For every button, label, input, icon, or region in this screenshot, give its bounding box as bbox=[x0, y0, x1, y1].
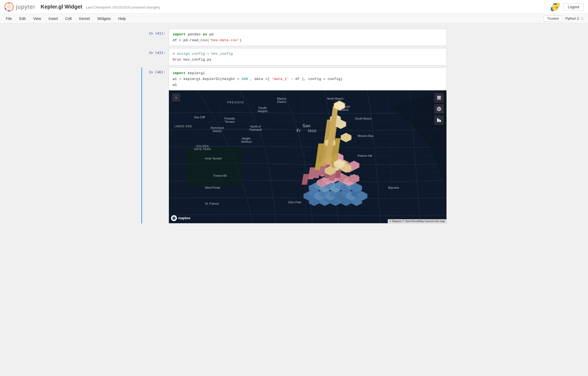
cell-46-line-2: w1 = keplergl.KeplerGl(height = 400 , da… bbox=[173, 76, 443, 82]
map-attribution: © Mapbox © OpenStreetMap Improve this ma… bbox=[388, 219, 446, 223]
cell-41-line-2: df = pd.read_csv('hex-data.csv') bbox=[173, 37, 443, 43]
cell-46: In [46]: import keplergl w1 = keplergl.K… bbox=[141, 67, 447, 223]
map-controls bbox=[434, 93, 444, 125]
logout-button[interactable]: Logout bbox=[563, 3, 584, 11]
svg-rect-39 bbox=[302, 174, 309, 185]
svg-rect-81 bbox=[438, 119, 440, 122]
svg-rect-76 bbox=[437, 99, 441, 99]
svg-marker-67 bbox=[341, 133, 351, 142]
mapbox-logo: mapbox bbox=[171, 215, 190, 221]
cell-43-code[interactable]: # assign config = hex_config %run hex_co… bbox=[169, 48, 446, 65]
mapbox-logo-icon bbox=[171, 215, 177, 221]
logo-area: jupyter bbox=[4, 2, 35, 12]
cell-46-line-1: import keplergl bbox=[173, 70, 443, 76]
map-output: MarinaDistrict North Beach PacificHeight… bbox=[169, 90, 446, 223]
cell-41-prompt: In [41]: bbox=[142, 29, 169, 46]
kernel-status-icon bbox=[581, 17, 584, 20]
menu-insert[interactable]: Insert bbox=[45, 15, 62, 22]
cell-41: In [41]: import pandas as pd df = pd.rea… bbox=[141, 29, 447, 46]
menu-help[interactable]: Help bbox=[114, 15, 130, 22]
trusted-badge[interactable]: Trusted bbox=[544, 15, 562, 22]
kernel-label: Python 2 bbox=[565, 16, 579, 20]
svg-point-4 bbox=[5, 8, 6, 10]
menu-cell[interactable]: Cell bbox=[62, 15, 75, 22]
menu-kernel[interactable]: Kernel bbox=[75, 15, 93, 22]
keyword-as: as bbox=[203, 32, 207, 36]
map-toggle-button[interactable]: › bbox=[172, 94, 180, 102]
svg-rect-8 bbox=[186, 147, 242, 187]
menubar: File Edit View Insert Cell Kernel Widget… bbox=[0, 14, 588, 23]
globe-control-button[interactable] bbox=[434, 104, 444, 114]
svg-point-6 bbox=[556, 8, 557, 9]
cell-46-code[interactable]: import keplergl w1 = keplergl.KeplerGl(h… bbox=[169, 68, 446, 90]
cell-41-code[interactable]: import pandas as pd df = pd.read_csv('he… bbox=[169, 29, 446, 46]
menu-edit[interactable]: Edit bbox=[16, 15, 29, 22]
notebook: In [41]: import pandas as pd df = pd.rea… bbox=[0, 23, 588, 375]
cell-46-line-3: w1 bbox=[173, 82, 443, 88]
keyword-import: import bbox=[173, 32, 186, 36]
svg-point-3 bbox=[8, 10, 10, 11]
data-control-button[interactable] bbox=[434, 115, 444, 125]
cell-43-prompt: In [43]: bbox=[142, 48, 169, 65]
notebook-title[interactable]: Kepler.gl Widget bbox=[41, 4, 82, 10]
menu-widgets[interactable]: Widgets bbox=[93, 15, 114, 22]
jupyter-wordmark: jupyter bbox=[16, 3, 35, 10]
cell-43: In [43]: # assign config = hex_config %r… bbox=[141, 48, 447, 65]
checkpoint-text: Last Checkpoint: 03/15/2019 (unsaved cha… bbox=[86, 5, 160, 9]
svg-point-2 bbox=[8, 2, 10, 4]
jupyter-logo-icon bbox=[4, 2, 14, 12]
cell-43-line-1: # assign config = hex_config bbox=[173, 51, 443, 57]
hex-viz bbox=[274, 98, 386, 210]
menu-file[interactable]: File bbox=[2, 15, 16, 22]
topbar: jupyter Kepler.gl Widget Last Checkpoint… bbox=[0, 0, 588, 14]
cell-43-body[interactable]: # assign config = hex_config %run hex_co… bbox=[169, 48, 447, 65]
mapbox-wordmark: mapbox bbox=[178, 216, 190, 220]
cell-41-body[interactable]: import pandas as pd df = pd.read_csv('he… bbox=[169, 29, 447, 46]
layers-control-button[interactable] bbox=[434, 93, 444, 103]
svg-rect-75 bbox=[437, 97, 441, 98]
cell-46-body[interactable]: import keplergl w1 = keplergl.KeplerGl(h… bbox=[169, 67, 447, 223]
svg-point-85 bbox=[174, 218, 174, 218]
python-icon bbox=[551, 2, 560, 12]
svg-point-5 bbox=[554, 5, 555, 5]
menu-view[interactable]: View bbox=[29, 15, 45, 22]
svg-rect-74 bbox=[437, 96, 441, 97]
svg-rect-82 bbox=[440, 120, 441, 122]
svg-rect-80 bbox=[437, 118, 438, 122]
cell-46-prompt: In [46]: bbox=[142, 67, 169, 223]
svg-point-1 bbox=[7, 5, 11, 9]
kernel-indicator: Python 2 bbox=[563, 16, 586, 20]
cell-43-line-2: %run hex_config.py bbox=[173, 57, 443, 63]
cell-41-line-1: import pandas as pd bbox=[173, 32, 443, 37]
